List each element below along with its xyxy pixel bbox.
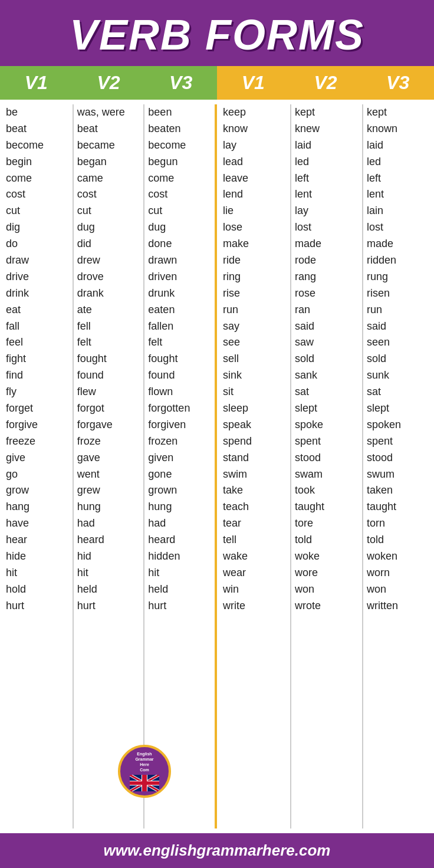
list-item: freeze — [6, 433, 70, 450]
column-headers: V1 V2 V3 V1 V2 V3 — [0, 66, 434, 100]
left-verb-section: bebeatbecomebegincomecostcutdigdodrawdri… — [0, 104, 217, 828]
list-item: became — [77, 137, 142, 154]
list-item: seen — [367, 334, 432, 351]
list-item: held — [77, 581, 142, 598]
list-item: spoken — [367, 417, 432, 433]
list-item: felt — [148, 334, 212, 351]
list-item: made — [367, 236, 432, 252]
list-item: flown — [148, 384, 212, 400]
list-item: fly — [6, 384, 70, 400]
uk-flag-icon — [130, 775, 159, 791]
list-item: found — [148, 367, 212, 384]
list-item: become — [6, 137, 70, 154]
list-item: rung — [367, 269, 432, 285]
list-item: hid — [77, 548, 142, 565]
list-item: leave — [223, 170, 288, 187]
list-item: drunk — [148, 285, 212, 302]
list-item: fallen — [148, 318, 212, 335]
list-item: sold — [295, 351, 360, 367]
right-v2-column: keptknewlaidledleftlentlaylostmaderodera… — [291, 104, 363, 828]
left-v3-header: V3 — [144, 66, 217, 100]
list-item: beaten — [148, 121, 212, 137]
page-header: VERB FORMS — [0, 0, 434, 66]
page-footer: www.englishgrammarhere.com — [0, 833, 434, 868]
list-item: lose — [223, 219, 288, 236]
list-item: dug — [77, 219, 142, 236]
list-item: run — [223, 302, 288, 318]
list-item: heard — [148, 532, 212, 548]
list-item: knew — [295, 121, 360, 137]
list-item: forgave — [77, 417, 142, 433]
list-item: hold — [6, 581, 70, 598]
list-item: go — [6, 466, 70, 483]
list-item: had — [148, 515, 212, 532]
list-item: was, were — [77, 104, 142, 121]
list-item: beat — [77, 121, 142, 137]
list-item: hit — [6, 565, 70, 581]
list-item: left — [367, 170, 432, 187]
list-item: came — [77, 170, 142, 187]
list-item: taught — [367, 499, 432, 515]
list-item: beat — [6, 121, 70, 137]
list-item: cost — [77, 186, 142, 203]
list-item: stood — [367, 450, 432, 466]
list-item: sell — [223, 351, 288, 367]
list-item: have — [6, 515, 70, 532]
list-item: cut — [6, 203, 70, 219]
list-item: won — [367, 581, 432, 598]
list-item: feel — [6, 334, 70, 351]
list-item: write — [223, 598, 288, 614]
list-item: hung — [148, 499, 212, 515]
list-item: hang — [6, 499, 70, 515]
list-item: spent — [367, 433, 432, 450]
list-item: took — [295, 482, 360, 499]
list-item: hurt — [6, 598, 70, 614]
list-item: dig — [6, 219, 70, 236]
left-v1-header: V1 — [0, 66, 73, 100]
list-item: take — [223, 482, 288, 499]
list-item: say — [223, 318, 288, 335]
list-item: forgot — [77, 400, 142, 417]
list-item: lent — [295, 186, 360, 203]
list-item: kept — [295, 104, 360, 121]
list-item: grown — [148, 482, 212, 499]
list-item: forgotten — [148, 400, 212, 417]
list-item: sleep — [223, 400, 288, 417]
list-item: sink — [223, 367, 288, 384]
list-item: tear — [223, 515, 288, 532]
watermark-badge: EnglishGrammarHereCom — [118, 745, 171, 798]
list-item: ride — [223, 252, 288, 269]
list-item: cost — [148, 186, 212, 203]
list-item: led — [367, 154, 432, 170]
right-v2-header: V2 — [290, 66, 362, 100]
list-item: drank — [77, 285, 142, 302]
watermark-text: EnglishGrammarHereCom — [135, 751, 153, 772]
list-item: speak — [223, 417, 288, 433]
list-item: stood — [295, 450, 360, 466]
list-item: swim — [223, 466, 288, 483]
list-item: fought — [77, 351, 142, 367]
list-item: wake — [223, 548, 288, 565]
list-item: began — [77, 154, 142, 170]
left-v2-header: V2 — [73, 66, 145, 100]
list-item: frozen — [148, 433, 212, 450]
list-item: lay — [223, 137, 288, 154]
list-item: slept — [367, 400, 432, 417]
list-item: gave — [77, 450, 142, 466]
list-item: fight — [6, 351, 70, 367]
list-item: tell — [223, 532, 288, 548]
list-item: drink — [6, 285, 70, 302]
list-item: flew — [77, 384, 142, 400]
list-item: found — [77, 367, 142, 384]
list-item: hung — [77, 499, 142, 515]
list-item: sank — [295, 367, 360, 384]
list-item: hidden — [148, 548, 212, 565]
list-item: become — [148, 137, 212, 154]
list-item: know — [223, 121, 288, 137]
list-item: forgiven — [148, 417, 212, 433]
list-item: ate — [77, 302, 142, 318]
list-item: grew — [77, 482, 142, 499]
list-item: told — [367, 532, 432, 548]
list-item: make — [223, 236, 288, 252]
list-item: swum — [367, 466, 432, 483]
